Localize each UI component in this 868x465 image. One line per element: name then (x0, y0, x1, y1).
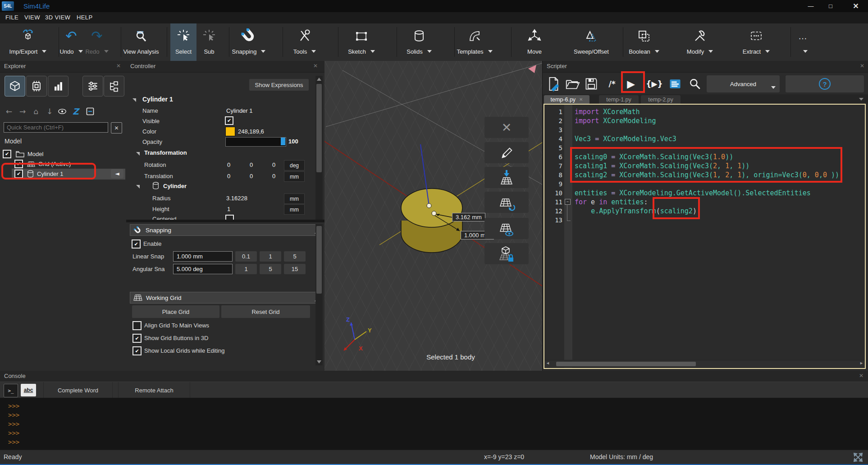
linear-preset-1[interactable]: 1 (260, 251, 281, 262)
log-button[interactable] (667, 75, 684, 92)
scroll-down-icon[interactable] (317, 360, 321, 364)
dropdown-arrow-icon[interactable] (708, 50, 713, 53)
import-icon[interactable]: ↓ (44, 106, 55, 117)
tree-label[interactable]: Model (27, 151, 43, 157)
scroll-left-icon[interactable]: ◄ (546, 361, 550, 365)
help-button[interactable]: ? (786, 75, 864, 92)
open-script-button[interactable] (564, 75, 581, 92)
opacity-slider[interactable] (225, 137, 286, 147)
menu-view[interactable]: VIEW (24, 14, 40, 21)
height-value[interactable]: 1 (227, 206, 230, 212)
radius-value[interactable]: 3.16228 (226, 195, 247, 202)
toolbar-boolean[interactable]: Boolean (618, 23, 670, 61)
visibility-eye-icon[interactable] (57, 106, 68, 117)
grid-place-button[interactable] (484, 167, 529, 188)
rotation-z[interactable]: 0 (272, 161, 275, 168)
color-swatch[interactable] (225, 127, 235, 136)
dropdown-arrow-icon[interactable] (311, 50, 316, 53)
rotation-y[interactable]: 0 (250, 161, 253, 168)
scrollbar-thumb[interactable] (316, 84, 322, 172)
terminal-icon[interactable]: >_ (4, 384, 18, 397)
expander-icon[interactable] (136, 185, 140, 189)
edit-tool-button[interactable] (484, 142, 529, 163)
visible-checkbox[interactable] (225, 116, 233, 125)
tab-temp-1[interactable]: temp-1.py (599, 95, 639, 104)
snapping-section-header[interactable]: Snapping (130, 224, 321, 236)
dropdown-arrow-icon[interactable] (765, 50, 770, 53)
place-grid-button[interactable]: Place Grid (132, 305, 219, 318)
toolbar-imp-export[interactable]: Imp/Export (1, 23, 55, 61)
toolbar-view-analysis[interactable]: View Analysis (113, 23, 169, 61)
zoom-to-icon[interactable]: Z (70, 106, 81, 117)
linear-preset-5[interactable]: 5 (284, 251, 306, 262)
translation-x[interactable]: 0 (227, 173, 230, 180)
forward-icon[interactable]: → (17, 106, 28, 117)
code-editor[interactable]: 1import XCoreMath2import XCoreModeling34… (544, 104, 866, 369)
abc-autocomplete-icon[interactable]: abc (21, 384, 36, 396)
centered-checkbox[interactable] (225, 215, 234, 220)
pan-mode-icon[interactable] (852, 451, 864, 463)
toolbar-redo[interactable]: ↷Redo (79, 23, 115, 61)
collapse-all-icon[interactable] (85, 106, 96, 117)
toolbar--[interactable]: … (790, 23, 817, 61)
toolbar-extract[interactable]: Extract (731, 23, 781, 61)
explorer-close-icon[interactable]: ✕ (116, 63, 121, 69)
console-close-icon[interactable]: ✕ (859, 373, 863, 379)
lower-scrollbar[interactable] (315, 224, 323, 365)
toolbar-tools[interactable]: Tools (280, 23, 329, 61)
tab-model[interactable] (5, 76, 25, 97)
show-expressions-button[interactable]: Show Expressions (249, 79, 309, 91)
rotation-x[interactable]: 0 (227, 161, 230, 168)
dropdown-arrow-icon[interactable] (488, 50, 493, 53)
home-icon[interactable]: ⌂ (31, 106, 41, 117)
toolbar-templates[interactable]: Templates (447, 23, 502, 61)
remote-attach-button[interactable]: Remote Attach (118, 382, 190, 398)
tab-simulation[interactable] (26, 76, 47, 97)
run-selection-button[interactable]: {▶} (646, 75, 663, 92)
grid-visibility-button[interactable] (484, 218, 529, 239)
dropdown-arrow-icon[interactable] (370, 50, 375, 53)
toolbar-select[interactable]: Select (170, 23, 196, 61)
dropdown-arrow-icon[interactable] (42, 50, 46, 53)
viewport-3d[interactable]: Z Y X 3.162 mm 1.000 mm ✕ Selected 1 bod… (324, 61, 542, 371)
tab-temp-2[interactable]: temp-2.py (641, 95, 681, 104)
tabs-overflow-icon[interactable] (859, 98, 863, 101)
scroll-right-icon[interactable]: ► (859, 361, 863, 365)
snapping-enable-checkbox[interactable] (132, 239, 141, 249)
angular-snap-input[interactable]: 5.000 deg (173, 264, 233, 274)
panel-divider[interactable] (126, 220, 324, 222)
toolbar-move[interactable]: Move (512, 23, 557, 61)
scrollbar-thumb[interactable] (316, 226, 322, 294)
dropdown-arrow-icon[interactable] (655, 50, 659, 53)
show-grid-buttons-checkbox[interactable] (132, 334, 142, 343)
menu-file[interactable]: FILE (5, 14, 18, 21)
search-input[interactable] (4, 122, 108, 133)
toolbar-modify[interactable]: Modify (675, 23, 725, 61)
expander-icon[interactable] (132, 98, 136, 102)
toolbar-snapping[interactable]: Snapping (223, 23, 275, 61)
dropdown-arrow-icon[interactable] (104, 50, 109, 53)
dropdown-arrow-icon[interactable] (427, 50, 432, 53)
toolbar-sub[interactable]: Sub (196, 23, 222, 61)
opacity-slider-thumb[interactable] (281, 138, 285, 145)
clear-search-button[interactable]: ✕ (111, 122, 122, 134)
hscroll-thumb[interactable] (556, 362, 696, 366)
grid-lock-button[interactable] (484, 243, 529, 264)
tab-properties[interactable] (82, 76, 103, 97)
new-script-button[interactable] (545, 75, 562, 92)
translation-y[interactable]: 0 (250, 173, 253, 180)
scripter-close-icon[interactable]: ✕ (860, 63, 864, 69)
toolbar-solids[interactable]: Solids (394, 23, 444, 61)
collapse-panel-arrow-icon[interactable]: ◄ (111, 169, 123, 178)
complete-word-button[interactable]: Complete Word (43, 382, 113, 398)
grid-reset-button[interactable] (484, 192, 529, 213)
expander-icon[interactable] (136, 152, 140, 156)
angular-preset-15[interactable]: 15 (284, 264, 306, 274)
minimize-button[interactable]: — (803, 0, 818, 12)
tab-temp-6[interactable]: temp-6.py ✕ (544, 95, 589, 104)
angular-preset-1[interactable]: 1 (235, 264, 257, 274)
tree-row-model[interactable]: Model (0, 149, 126, 159)
fold-collapse-icon[interactable]: − (565, 199, 571, 205)
dropdown-arrow-icon[interactable] (803, 50, 808, 53)
model-checkbox[interactable] (3, 150, 11, 158)
